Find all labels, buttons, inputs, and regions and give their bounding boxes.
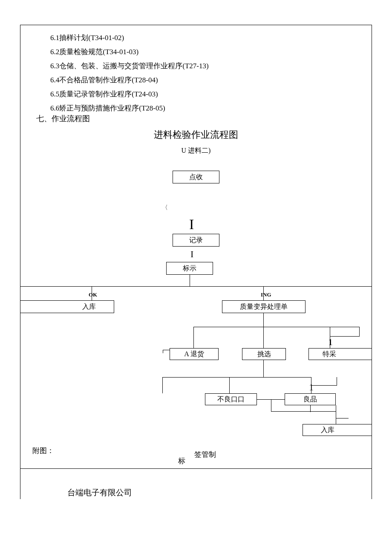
flowchart-subtitle: U 进料二) bbox=[0, 146, 392, 155]
connector bbox=[162, 377, 163, 393]
connector bbox=[263, 313, 264, 327]
connector bbox=[310, 405, 311, 412]
connector bbox=[337, 377, 337, 386]
box-receive: 点收 bbox=[173, 171, 219, 183]
connector bbox=[359, 327, 360, 336]
i-glyph-small: I bbox=[190, 249, 193, 260]
connector-tick bbox=[163, 350, 170, 350]
i-glyph: I bbox=[189, 216, 194, 232]
ing-label: ING bbox=[261, 291, 271, 298]
connector bbox=[193, 327, 194, 348]
divider bbox=[20, 468, 372, 469]
connector-h bbox=[330, 336, 360, 337]
box-record: 记录 bbox=[173, 234, 219, 247]
connector-tick bbox=[163, 350, 163, 353]
list-item: 6.4不合格品管制作业程序(T28-04) bbox=[50, 73, 209, 87]
footer-label-left: 标 bbox=[178, 456, 185, 466]
connector bbox=[336, 405, 336, 424]
connector bbox=[263, 360, 264, 377]
caret-symbol: 〈 bbox=[162, 204, 168, 212]
connector-h bbox=[336, 418, 349, 418]
connector-h bbox=[271, 411, 336, 412]
box-mark: 标示 bbox=[166, 262, 213, 275]
box-special: 特采 bbox=[308, 348, 372, 360]
connector bbox=[229, 377, 230, 393]
box-pick: 挑选 bbox=[242, 348, 286, 360]
box-variance: 质量变异处理单 bbox=[222, 300, 306, 313]
connector bbox=[271, 399, 271, 411]
box-defect: 不良口口 bbox=[205, 393, 257, 405]
box-store-bottom-text: 入库 bbox=[303, 426, 372, 435]
box-store-left-text: 入库 bbox=[20, 302, 114, 311]
company-name: 台端电子有限公司 bbox=[67, 487, 132, 498]
connector bbox=[263, 327, 264, 348]
list-item: 6.3仓储、包装、运搬与交货管理作业程序(T27-13) bbox=[50, 59, 209, 73]
box-good: 良品 bbox=[285, 393, 336, 405]
connector bbox=[92, 286, 92, 300]
one-glyph: 1 bbox=[328, 337, 333, 348]
reference-list: 6.1抽样计划(T34-01-02) 6.2质量检验规范(T34-01-03) … bbox=[50, 31, 209, 115]
ok-label: OK bbox=[89, 291, 97, 298]
footer-label-right: 签管制 bbox=[194, 450, 216, 459]
flowchart-title: 进料检验作业流程图 bbox=[0, 128, 392, 141]
connector-h bbox=[162, 377, 311, 378]
box-store-left: 入库 bbox=[20, 300, 114, 313]
box-store-bottom: 入库 bbox=[303, 424, 372, 436]
connector-h bbox=[311, 385, 337, 386]
connector-h bbox=[20, 286, 372, 287]
list-item: 6.1抽样计划(T34-01-02) bbox=[50, 31, 209, 45]
box-return: A 退货 bbox=[170, 348, 219, 360]
one-glyph-2: 1 bbox=[309, 382, 314, 393]
box-special-text: 特采 bbox=[309, 350, 372, 359]
list-item: 6.5质量记录管制作业程序(T24-03) bbox=[50, 87, 209, 101]
connector-h bbox=[193, 327, 360, 327]
section-title: 七、作业流程图 bbox=[36, 113, 90, 124]
attach-label: 附图： bbox=[32, 446, 54, 456]
list-item: 6.2质量检验规范(T34-01-03) bbox=[50, 45, 209, 59]
connector bbox=[263, 286, 264, 300]
connector bbox=[190, 275, 190, 286]
